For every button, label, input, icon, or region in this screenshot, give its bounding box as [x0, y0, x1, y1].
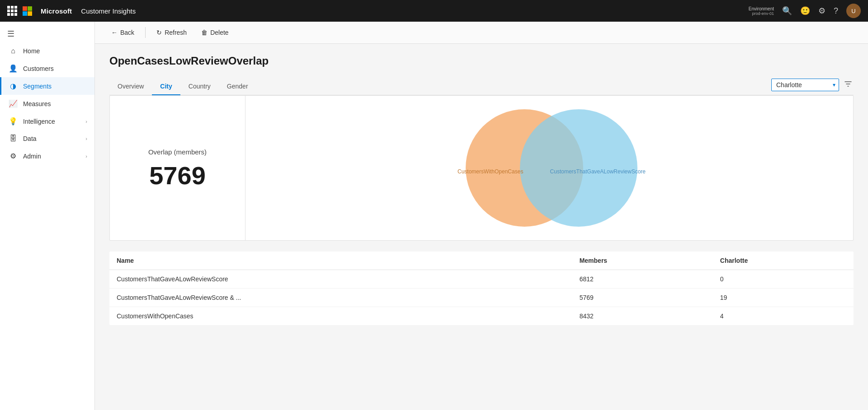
- venn-label-blue: CustomersThatGaveALowReviewScore: [550, 168, 646, 175]
- page-content: OpenCasesLowReviewOverlap Overview City …: [95, 44, 868, 410]
- delete-button[interactable]: 🗑 Delete: [196, 26, 234, 39]
- table-row: CustomersThatGaveALowReviewScore 6812 0: [109, 270, 854, 289]
- cell-name: CustomersWithOpenCases: [109, 307, 572, 326]
- sidebar-toggle[interactable]: ☰: [0, 25, 94, 42]
- delete-label: Delete: [210, 29, 228, 36]
- smiley-icon-button[interactable]: 🙂: [800, 6, 810, 16]
- cell-members: 8432: [572, 307, 713, 326]
- sidebar-label-home: Home: [23, 47, 87, 55]
- sidebar-label-measures: Measures: [23, 100, 87, 107]
- help-icon-button[interactable]: ?: [834, 6, 838, 16]
- settings-icon-button[interactable]: ⚙: [818, 6, 826, 16]
- back-label: Back: [120, 29, 134, 36]
- toolbar-divider: [145, 27, 146, 38]
- venn-chart: CustomersWithOpenCases CustomersThatGave…: [245, 96, 853, 240]
- content-area: ← Back ↻ Refresh 🗑 Delete OpenCasesLowRe…: [95, 22, 868, 410]
- admin-chevron-icon: ›: [85, 154, 87, 159]
- table-row: CustomersThatGaveALowReviewScore & ... 5…: [109, 289, 854, 307]
- sidebar-label-customers: Customers: [23, 65, 87, 72]
- refresh-label: Refresh: [165, 29, 187, 36]
- cell-name: CustomersThatGaveALowReviewScore: [109, 270, 572, 289]
- sidebar-item-admin[interactable]: ⚙ Admin ›: [0, 147, 94, 165]
- refresh-button[interactable]: ↻ Refresh: [151, 26, 192, 39]
- venn-svg: [452, 105, 646, 231]
- data-icon: 🗄: [9, 135, 18, 143]
- venn-label-orange: CustomersWithOpenCases: [458, 168, 523, 175]
- sidebar-label-segments: Segments: [23, 83, 87, 90]
- sidebar-label-data: Data: [23, 135, 80, 142]
- overlap-table: Name Members Charlotte CustomersThatGave…: [109, 252, 854, 325]
- waffle-menu[interactable]: [7, 6, 17, 16]
- table-row: CustomersWithOpenCases 8432 4: [109, 307, 854, 326]
- cell-members: 6812: [572, 270, 713, 289]
- city-filter-select[interactable]: Charlotte New York Los Angeles Chicago H…: [771, 79, 839, 91]
- toolbar: ← Back ↻ Refresh 🗑 Delete: [95, 22, 868, 44]
- sidebar-item-measures[interactable]: 📈 Measures: [0, 95, 94, 112]
- delete-icon: 🗑: [201, 29, 208, 36]
- cell-charlotte: 4: [713, 307, 854, 326]
- measures-icon: 📈: [9, 99, 18, 108]
- overlap-count: 5769: [149, 163, 206, 188]
- environment-label: Environment prod-env-01: [749, 6, 774, 16]
- tab-gender[interactable]: Gender: [219, 78, 256, 95]
- brand-name: Microsoft: [41, 7, 72, 15]
- microsoft-logo: [23, 6, 32, 15]
- cell-name: CustomersThatGaveALowReviewScore & ...: [109, 289, 572, 307]
- cell-charlotte: 0: [713, 270, 854, 289]
- data-chevron-icon: ›: [85, 136, 87, 141]
- col-header-name: Name: [109, 252, 572, 270]
- col-header-charlotte: Charlotte: [713, 252, 854, 270]
- tabs-bar: Overview City Country Gender: [109, 78, 771, 95]
- filter-area: Charlotte New York Los Angeles Chicago H…: [771, 79, 854, 95]
- refresh-icon: ↻: [156, 29, 162, 36]
- admin-icon: ⚙: [9, 152, 18, 160]
- sidebar-label-intelligence: Intelligence: [23, 118, 80, 125]
- tab-overview[interactable]: Overview: [109, 78, 152, 95]
- segments-icon: ◑: [9, 82, 18, 90]
- sidebar-item-home[interactable]: ⌂ Home: [0, 42, 94, 60]
- sidebar-item-data[interactable]: 🗄 Data ›: [0, 130, 94, 147]
- tab-city[interactable]: City: [152, 78, 180, 95]
- table-section: Name Members Charlotte CustomersThatGave…: [109, 252, 854, 325]
- app-name: Customer Insights: [81, 7, 136, 15]
- tab-country[interactable]: Country: [180, 78, 219, 95]
- sidebar-item-segments[interactable]: ◑ Segments: [0, 77, 94, 95]
- venn-stats: Overlap (members) 5769: [110, 96, 245, 240]
- top-navigation: Microsoft Customer Insights Environment …: [0, 0, 868, 22]
- back-button[interactable]: ← Back: [106, 26, 140, 39]
- sidebar-item-customers[interactable]: 👤 Customers: [0, 60, 94, 77]
- col-header-members: Members: [572, 252, 713, 270]
- intelligence-chevron-icon: ›: [85, 119, 87, 124]
- intelligence-icon: 💡: [9, 117, 18, 126]
- cell-charlotte: 19: [713, 289, 854, 307]
- topnav-actions: Environment prod-env-01 🔍 🙂 ⚙ ? U: [749, 4, 861, 18]
- city-filter-wrapper: Charlotte New York Los Angeles Chicago H…: [771, 79, 839, 91]
- back-arrow-icon: ←: [111, 29, 118, 36]
- page-title: OpenCasesLowReviewOverlap: [109, 55, 854, 67]
- sidebar-item-intelligence[interactable]: 💡 Intelligence ›: [0, 112, 94, 130]
- sidebar: ☰ ⌂ Home 👤 Customers ◑ Segments 📈 Measur…: [0, 22, 95, 410]
- overlap-label: Overlap (members): [148, 148, 207, 156]
- filter-icon-button[interactable]: [843, 79, 854, 91]
- customers-icon: 👤: [9, 64, 18, 73]
- sidebar-label-admin: Admin: [23, 153, 80, 160]
- search-icon-button[interactable]: 🔍: [782, 6, 792, 16]
- filter-icon: [844, 80, 852, 88]
- cell-members: 5769: [572, 289, 713, 307]
- home-icon: ⌂: [9, 47, 18, 55]
- user-avatar[interactable]: U: [846, 4, 861, 18]
- venn-section: Overlap (members) 5769: [109, 95, 854, 241]
